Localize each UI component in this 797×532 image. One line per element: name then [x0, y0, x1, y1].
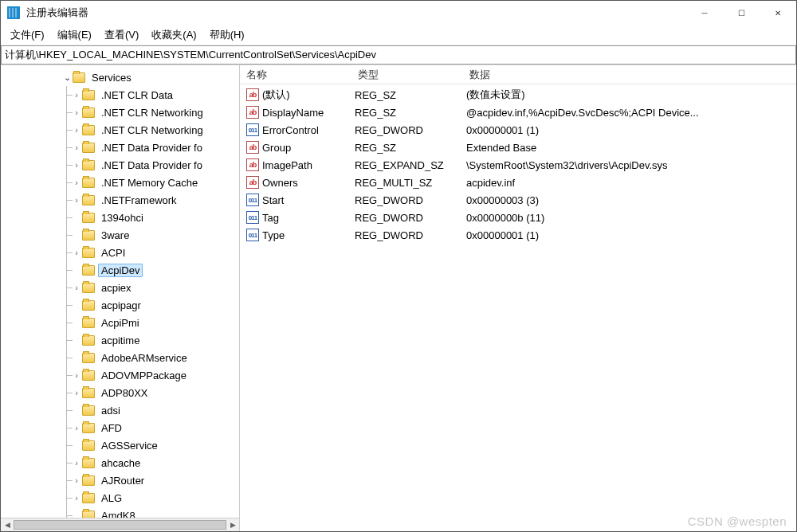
- scroll-left-icon[interactable]: ◀: [1, 518, 14, 531]
- binary-value-icon: 011: [246, 211, 259, 224]
- tree-item[interactable]: ›AFD: [1, 419, 239, 436]
- tree-item[interactable]: AmdK8: [1, 507, 239, 518]
- value-row[interactable]: 011ErrorControlREG_DWORD0x00000001 (1): [240, 121, 796, 139]
- value-name: Tag: [262, 212, 355, 224]
- chevron-right-icon[interactable]: ›: [71, 423, 82, 432]
- tree-connector: [61, 139, 71, 156]
- tree-connector: [61, 489, 71, 507]
- folder-icon: [82, 230, 95, 241]
- tree-item[interactable]: ›.NET Memory Cache: [1, 174, 239, 191]
- tree-item[interactable]: AdobeARMservice: [1, 349, 239, 366]
- tree-label: adsi: [98, 404, 124, 417]
- maximize-button[interactable]: ☐: [723, 1, 760, 25]
- folder-icon: [82, 388, 95, 398]
- value-row[interactable]: abDisplayNameREG_SZ@acpidev.inf,%AcpiDev…: [240, 104, 796, 121]
- tree-item[interactable]: adsi: [1, 401, 239, 419]
- header-type[interactable]: 类型: [351, 65, 463, 84]
- tree-item[interactable]: ›.NET Data Provider fo: [1, 139, 239, 156]
- tree-connector: [61, 226, 71, 244]
- tree-item-services[interactable]: ⌄Services: [1, 68, 239, 86]
- folder-icon: [82, 248, 95, 258]
- folder-icon: [82, 125, 95, 135]
- tree-item[interactable]: ›ACPI: [1, 244, 239, 261]
- minimize-button[interactable]: ─: [686, 1, 723, 25]
- tree-item[interactable]: ›.NET CLR Networking: [1, 121, 239, 139]
- value-type: REG_EXPAND_SZ: [355, 159, 466, 171]
- value-data: 0x00000001 (1): [466, 124, 796, 136]
- tree-item[interactable]: ›ahcache: [1, 454, 239, 471]
- chevron-right-icon[interactable]: ›: [71, 125, 82, 135]
- header-data[interactable]: 数据: [463, 65, 796, 84]
- tree-item[interactable]: ›AJRouter: [1, 471, 239, 489]
- folder-icon: [82, 475, 95, 486]
- folder-icon: [82, 195, 95, 205]
- tree-connector: [61, 384, 71, 401]
- tree-item[interactable]: ›ALG: [1, 489, 239, 507]
- folder-icon: [82, 90, 95, 100]
- value-row[interactable]: 011TypeREG_DWORD0x00000001 (1): [240, 226, 796, 244]
- tree-label: ADP80XX: [98, 386, 151, 400]
- scroll-thumb[interactable]: [14, 520, 226, 530]
- tree-item[interactable]: ›ADP80XX: [1, 384, 239, 401]
- tree-pane[interactable]: ⌄Services›.NET CLR Data›.NET CLR Network…: [1, 65, 240, 531]
- tree-connector: [61, 331, 71, 349]
- tree-item[interactable]: ›.NETFramework: [1, 191, 239, 209]
- tree-item[interactable]: ›.NET CLR Data: [1, 86, 239, 104]
- tree-item[interactable]: ›acpiex: [1, 279, 239, 296]
- scroll-right-icon[interactable]: ▶: [226, 518, 239, 531]
- value-row[interactable]: 011StartREG_DWORD0x00000003 (3): [240, 191, 796, 209]
- chevron-right-icon[interactable]: ›: [71, 178, 82, 187]
- value-row[interactable]: abOwnersREG_MULTI_SZacpidev.inf: [240, 174, 796, 191]
- chevron-right-icon[interactable]: ›: [71, 160, 82, 170]
- tree-item[interactable]: 1394ohci: [1, 209, 239, 226]
- values-pane[interactable]: 名称 类型 数据 ab(默认)REG_SZ(数值未设置)abDisplayNam…: [240, 65, 796, 531]
- chevron-right-icon[interactable]: ›: [71, 248, 82, 257]
- titlebar[interactable]: 注册表编辑器 ─ ☐ ✕: [1, 1, 796, 25]
- chevron-right-icon[interactable]: ›: [71, 195, 82, 205]
- value-row[interactable]: abGroupREG_SZExtended Base: [240, 139, 796, 156]
- tree-item[interactable]: AGSService: [1, 436, 239, 454]
- value-row[interactable]: abImagePathREG_EXPAND_SZ\SystemRoot\Syst…: [240, 156, 796, 174]
- tree-label: .NET CLR Networking: [98, 123, 206, 137]
- menu-edit[interactable]: 编辑(E): [53, 26, 96, 44]
- chevron-right-icon[interactable]: ›: [71, 283, 82, 292]
- chevron-right-icon[interactable]: ›: [71, 370, 82, 380]
- chevron-right-icon[interactable]: ›: [71, 388, 82, 397]
- tree-item[interactable]: AcpiDev: [1, 261, 239, 279]
- chevron-right-icon[interactable]: ›: [71, 143, 82, 152]
- tree-item[interactable]: ›ADOVMPPackage: [1, 366, 239, 384]
- value-row[interactable]: ab(默认)REG_SZ(数值未设置): [240, 86, 796, 104]
- tree-item[interactable]: acpipagr: [1, 296, 239, 314]
- header-name[interactable]: 名称: [240, 65, 351, 84]
- chevron-right-icon[interactable]: ›: [71, 475, 82, 485]
- chevron-right-icon[interactable]: ›: [71, 90, 82, 100]
- address-bar[interactable]: 计算机\HKEY_LOCAL_MACHINE\SYSTEM\CurrentCon…: [1, 45, 796, 65]
- tree-hscrollbar[interactable]: ◀ ▶: [1, 518, 239, 531]
- menu-file[interactable]: 文件(F): [6, 26, 49, 44]
- chevron-down-icon[interactable]: ⌄: [61, 72, 73, 83]
- menu-help[interactable]: 帮助(H): [205, 26, 249, 44]
- values-header[interactable]: 名称 类型 数据: [240, 65, 796, 84]
- value-type: REG_DWORD: [355, 194, 466, 206]
- close-button[interactable]: ✕: [760, 1, 796, 25]
- tree-connector: [61, 419, 71, 436]
- value-data: 0x00000003 (3): [466, 194, 796, 206]
- tree-item[interactable]: acpitime: [1, 331, 239, 349]
- chevron-right-icon[interactable]: ›: [71, 458, 82, 467]
- tree-item[interactable]: 3ware: [1, 226, 239, 244]
- folder-icon: [82, 160, 95, 170]
- menu-favorites[interactable]: 收藏夹(A): [147, 26, 201, 44]
- menu-view[interactable]: 查看(V): [100, 26, 143, 44]
- tree-label: 1394ohci: [98, 211, 147, 225]
- chevron-right-icon[interactable]: ›: [71, 493, 82, 503]
- value-type: REG_SZ: [355, 142, 466, 154]
- folder-icon: [82, 353, 95, 363]
- value-row[interactable]: 011TagREG_DWORD0x0000000b (11): [240, 209, 796, 226]
- tree-item[interactable]: AcpiPmi: [1, 314, 239, 331]
- chevron-right-icon[interactable]: ›: [71, 108, 82, 117]
- tree-item[interactable]: ›.NET CLR Networking: [1, 104, 239, 121]
- tree-item[interactable]: ›.NET Data Provider fo: [1, 156, 239, 174]
- binary-value-icon: 011: [246, 229, 259, 241]
- address-text: 计算机\HKEY_LOCAL_MACHINE\SYSTEM\CurrentCon…: [5, 48, 376, 62]
- value-name: ImagePath: [262, 159, 355, 171]
